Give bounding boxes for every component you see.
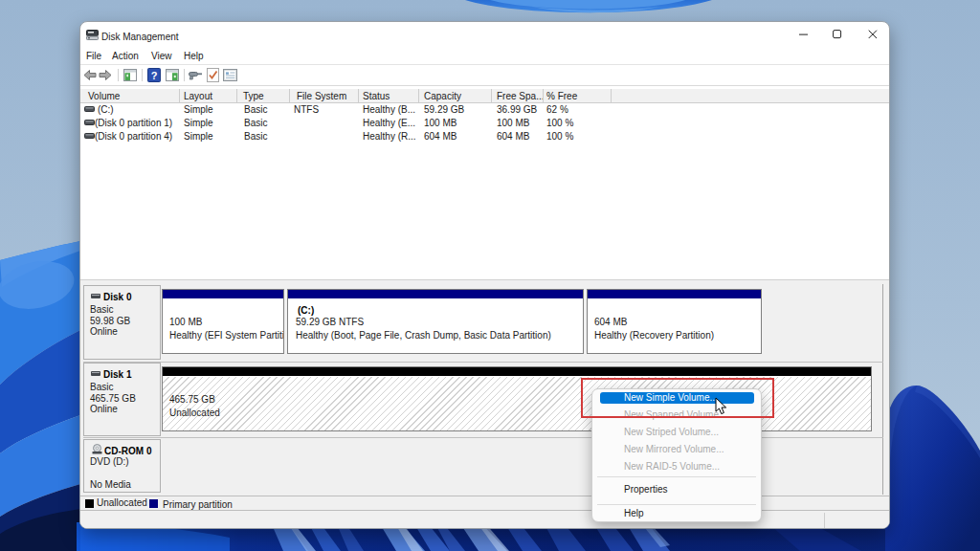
svg-text:?: ? xyxy=(151,70,158,81)
